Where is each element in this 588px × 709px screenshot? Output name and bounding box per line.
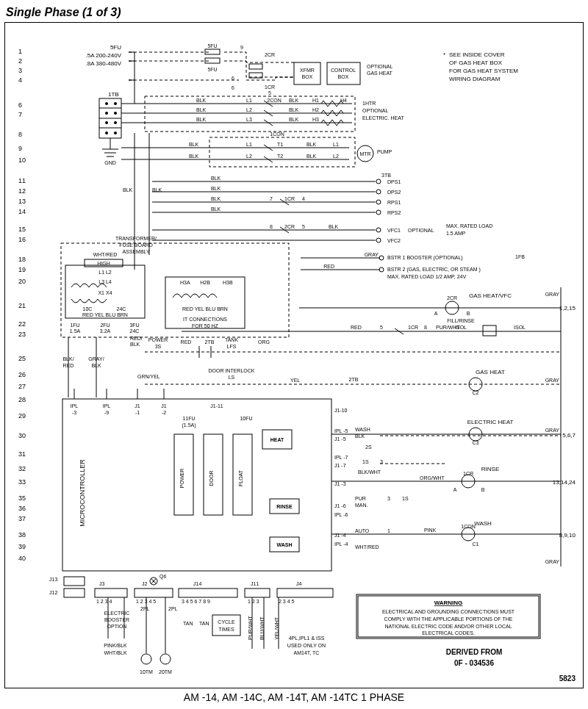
svg-point-136 [376, 179, 381, 184]
svg-text:ELECTRICAL AND GROUNDING CONNE: ELECTRICAL AND GROUNDING CONNECTIONS MUS… [382, 609, 515, 614]
svg-text:MAN.: MAN. [355, 503, 368, 508]
svg-text:GND: GND [104, 160, 116, 165]
svg-text:BLK: BLK [189, 154, 199, 159]
cover-note: * SEE INSIDE COVER OF GAS HEAT BOX FOR G… [443, 51, 518, 82]
svg-text:33: 33 [18, 478, 26, 486]
svg-text:COMPLY WITH THE APPLICABLE POR: COMPLY WITH THE APPLICABLE PORTIONS OF T… [384, 616, 513, 622]
svg-text:J1 -4: J1 -4 [334, 533, 346, 538]
svg-text:GAS HEAT: GAS HEAT [476, 369, 505, 375]
svg-text:10C: 10C [83, 306, 93, 312]
svg-rect-322 [135, 589, 173, 597]
svg-text:6: 6 [232, 85, 234, 90]
svg-text:TANK: TANK [225, 337, 238, 342]
svg-text:BLK: BLK [355, 433, 365, 439]
svg-text:H4: H4 [340, 98, 347, 103]
svg-text:WHT/RED: WHT/RED [93, 252, 118, 257]
svg-text:IPL: IPL [71, 403, 79, 409]
svg-rect-58 [249, 64, 262, 69]
svg-point-350 [160, 654, 171, 664]
svg-text:-9: -9 [104, 410, 109, 415]
svg-text:POWER: POWER [179, 469, 184, 488]
svg-text:BSTR 2 (GAS, ELECTRIC, OR STEA: BSTR 2 (GAS, ELECTRIC, OR STEAM ) [387, 267, 481, 273]
svg-text:TRANSFORMER/: TRANSFORMER/ [115, 236, 157, 241]
svg-text:FUSE BOARD: FUSE BOARD [119, 242, 153, 248]
svg-text:GAS HEAT/VFC: GAS HEAT/VFC [469, 292, 512, 299]
svg-text:BOX: BOX [302, 74, 313, 79]
page-title: Single Phase (1 of 3) [6, 6, 584, 19]
svg-rect-324 [245, 589, 270, 597]
svg-text:10TM: 10TM [140, 669, 153, 674]
svg-text:5FU: 5FU [110, 44, 121, 51]
svg-text:2CR: 2CR [447, 295, 457, 300]
svg-point-76 [114, 112, 117, 115]
svg-text:GAS HEAT: GAS HEAT [367, 71, 393, 76]
svg-text:J1 -6: J1 -6 [334, 503, 346, 508]
svg-text:2S: 2S [365, 445, 372, 450]
svg-text:BLK: BLK [306, 154, 317, 159]
svg-text:RED YEL  BLU  BRN: RED YEL BLU BRN [182, 306, 228, 312]
svg-text:25: 25 [18, 355, 26, 362]
svg-text:T1: T1 [277, 142, 283, 147]
svg-point-141 [376, 238, 381, 242]
svg-text:2FU: 2FU [100, 323, 110, 328]
svg-text:J1 -5: J1 -5 [334, 436, 346, 442]
svg-text:J1-10: J1-10 [334, 408, 348, 413]
svg-text:ELECTRIC. HEAT: ELECTRIC. HEAT [362, 115, 404, 120]
svg-text:2CR: 2CR [265, 52, 275, 57]
svg-text:35: 35 [18, 494, 26, 502]
svg-text:5: 5 [380, 325, 383, 330]
svg-text:36: 36 [18, 505, 26, 512]
svg-text:OPTIONAL: OPTIONAL [362, 108, 389, 113]
svg-text:22: 22 [18, 320, 26, 328]
svg-text:PUMP: PUMP [377, 149, 392, 154]
svg-text:23: 23 [18, 331, 26, 338]
svg-text:1S: 1S [402, 496, 409, 501]
svg-text:H3: H3 [312, 117, 319, 122]
svg-text:BLK: BLK [306, 142, 317, 147]
svg-text:PUR: PUR [355, 496, 366, 501]
svg-text:5,6,7: 5,6,7 [562, 432, 576, 439]
svg-text:MAX. RATED LOAD 1/2 AMP, 24V: MAX. RATED LOAD 1/2 AMP, 24V [387, 274, 466, 279]
svg-text:J1: J1 [161, 403, 167, 409]
svg-text:A: A [434, 311, 438, 316]
svg-text:FLOAT: FLOAT [238, 469, 243, 486]
svg-text:38: 38 [18, 531, 26, 539]
svg-text:1TB: 1TB [108, 91, 119, 98]
svg-text:2CON: 2CON [267, 98, 281, 103]
svg-text:L1: L1 [333, 142, 339, 147]
svg-text:.8A 380-480V: .8A 380-480V [86, 60, 122, 67]
svg-text:11FU: 11FU [182, 416, 195, 421]
row-numbers-right: 1,2,15 5,6,7 13,14,24 8,9,10 [553, 305, 576, 539]
svg-text:ORG/WHT: ORG/WHT [420, 475, 445, 481]
svg-text:IPL -6: IPL -6 [334, 512, 348, 517]
svg-text:GRAY: GRAY [545, 428, 560, 433]
svg-text:16: 16 [18, 236, 26, 243]
svg-text:3FU: 3FU [129, 323, 139, 328]
svg-text:HIGH: HIGH [97, 261, 110, 266]
svg-text:RED: RED [63, 363, 74, 368]
svg-text:DOOR INTERLOCK: DOOR INTERLOCK [208, 368, 254, 373]
svg-text:SEE INSIDE COVER: SEE INSIDE COVER [449, 51, 505, 58]
svg-text:IT CONNECTIONS: IT CONNECTIONS [183, 317, 227, 322]
svg-text:7: 7 [270, 196, 273, 201]
svg-text:HEAT: HEAT [270, 437, 284, 442]
svg-text:GRAY: GRAY [545, 292, 560, 297]
svg-text:37: 37 [18, 515, 26, 522]
svg-text:USED ONLY ON: USED ONLY ON [287, 643, 326, 648]
svg-text:2 3 4 5: 2 3 4 5 [279, 599, 295, 604]
svg-text:13,14,24: 13,14,24 [553, 479, 576, 486]
row-numbers-left: 1234 678910 11121314 1516181920 212223 2… [18, 48, 26, 562]
svg-text:.5A 200-240V: .5A 200-240V [86, 52, 122, 59]
svg-text:IPL -7: IPL -7 [334, 455, 348, 460]
svg-text:2TB: 2TB [349, 377, 359, 382]
svg-text:H1: H1 [312, 98, 319, 103]
svg-text:1,2,15: 1,2,15 [559, 305, 576, 312]
svg-text:T2: T2 [277, 154, 283, 159]
svg-text:TAN: TAN [199, 621, 209, 626]
svg-text:J1: J1 [135, 403, 140, 409]
svg-text:TAN: TAN [183, 621, 193, 626]
svg-text:OF GAS HEAT BOX: OF GAS HEAT BOX [449, 60, 503, 66]
svg-text:1CON: 1CON [270, 132, 284, 137]
svg-text:PINK/BLK: PINK/BLK [104, 643, 127, 648]
svg-text:J3: J3 [99, 581, 105, 586]
